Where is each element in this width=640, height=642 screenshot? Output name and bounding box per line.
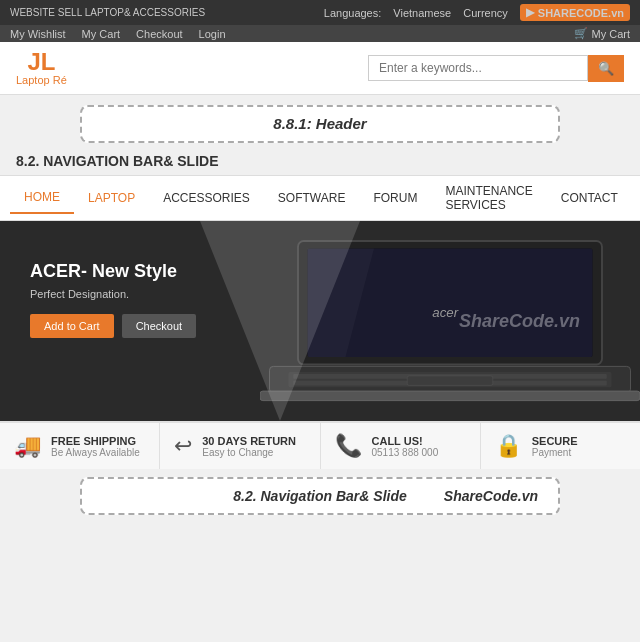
feature-secure-sub: Payment (532, 447, 578, 458)
add-to-cart-button[interactable]: Add to Cart (30, 314, 114, 338)
logo-icon: JL (27, 50, 55, 74)
nav-item-accessories[interactable]: ACCESSORIES (149, 183, 264, 213)
top-bar-right: Languages: Vietnamese Currency ▶ SHARECO… (324, 4, 630, 21)
nav-item-maintenance[interactable]: MAINTENANCE SERVICES (431, 176, 546, 220)
feature-shipping-title: FREE SHIPPING (51, 435, 140, 447)
website-label: WEBSITE SELL LAPTOP& ACCESSORIES (10, 7, 205, 18)
bottom-section-label: 8.2. Navigation Bar& Slide (233, 488, 407, 504)
nav-login[interactable]: Login (199, 28, 226, 40)
languages-label: Languages: (324, 7, 382, 19)
return-icon: ↩ (174, 433, 192, 459)
section-title: 8.2. NAVIGATION BAR& SLIDE (16, 153, 624, 169)
nav-wishlist[interactable]: My Wishlist (10, 28, 66, 40)
sharecode-text: SHARECODE.vn (538, 7, 624, 19)
slide-subtitle: Perfect Designation. (30, 288, 196, 300)
svg-rect-8 (407, 376, 493, 386)
feature-secure: 🔒 SECURE Payment (481, 423, 640, 469)
header-nav: My Wishlist My Cart Checkout Login 🛒 My … (0, 25, 640, 42)
feature-return: ↩ 30 DAYS RETURN Easy to Change (160, 423, 320, 469)
sharecode-badge: ▶ SHARECODE.vn (520, 4, 630, 21)
my-cart-label[interactable]: My Cart (592, 28, 631, 40)
truck-icon: 🚚 (14, 433, 41, 459)
language-value[interactable]: Vietnamese (393, 7, 451, 19)
feature-call-sub: 05113 888 000 (372, 447, 439, 458)
feature-return-title: 30 DAYS RETURN (202, 435, 296, 447)
feature-secure-text: SECURE Payment (532, 435, 578, 458)
nav-item-home[interactable]: HOME (10, 182, 74, 214)
feature-shipping-sub: Be Always Available (51, 447, 140, 458)
nav-item-contact[interactable]: CONTACT (547, 183, 632, 213)
feature-call-text: CALL US! 05113 888 000 (372, 435, 439, 458)
feature-free-shipping: 🚚 FREE SHIPPING Be Always Available (0, 423, 160, 469)
feature-call: 📞 CALL US! 05113 888 000 (321, 423, 481, 469)
slide-watermark: ShareCode.vn (459, 311, 580, 332)
nav-cart[interactable]: My Cart (82, 28, 121, 40)
slide-buttons: Add to Cart Checkout (30, 314, 196, 338)
nav-item-forum[interactable]: FORUM (359, 183, 431, 213)
features-bar: 🚚 FREE SHIPPING Be Always Available ↩ 30… (0, 421, 640, 469)
bottom-label-box: 8.2. Navigation Bar& Slide ShareCode.vn (80, 477, 560, 515)
lock-icon: 🔒 (495, 433, 522, 459)
feature-return-text: 30 DAYS RETURN Easy to Change (202, 435, 296, 458)
slide-content: ACER- New Style Perfect Designation. Add… (30, 261, 196, 338)
svg-text:acer: acer (432, 305, 458, 320)
logo-text: Laptop Ré (16, 74, 67, 86)
search-button[interactable]: 🔍 (588, 55, 624, 82)
nav-bar: HOME LAPTOP ACCESSORIES SOFTWARE FORUM M… (0, 175, 640, 221)
header-cart-right: 🛒 My Cart (574, 27, 631, 40)
search-input[interactable] (368, 55, 588, 81)
nav-item-laptop[interactable]: LAPTOP (74, 183, 149, 213)
checkout-button[interactable]: Checkout (122, 314, 196, 338)
phone-icon: 📞 (335, 433, 362, 459)
feature-shipping-text: FREE SHIPPING Be Always Available (51, 435, 140, 458)
nav-item-software[interactable]: SOFTWARE (264, 183, 360, 213)
feature-secure-title: SECURE (532, 435, 578, 447)
header-label-box: 8.8.1: Header (80, 105, 560, 143)
decorative-triangle (200, 221, 360, 421)
slide-title: ACER- New Style (30, 261, 196, 282)
header-section-label: 8.8.1: Header (273, 115, 366, 132)
currency-label: Currency (463, 7, 508, 19)
slide-area: ACER- New Style Perfect Designation. Add… (0, 221, 640, 421)
logo-search-row: JL Laptop Ré 🔍 (0, 42, 640, 95)
bottom-watermark: ShareCode.vn (444, 488, 538, 504)
feature-call-title: CALL US! (372, 435, 439, 447)
feature-return-sub: Easy to Change (202, 447, 296, 458)
top-bar: WEBSITE SELL LAPTOP& ACCESSORIES Languag… (0, 0, 640, 25)
nav-checkout[interactable]: Checkout (136, 28, 182, 40)
sharecode-arrow: ▶ (526, 6, 534, 19)
cart-icon: 🛒 (574, 27, 588, 40)
logo-area: JL Laptop Ré (16, 50, 67, 86)
search-area: 🔍 (368, 55, 624, 82)
